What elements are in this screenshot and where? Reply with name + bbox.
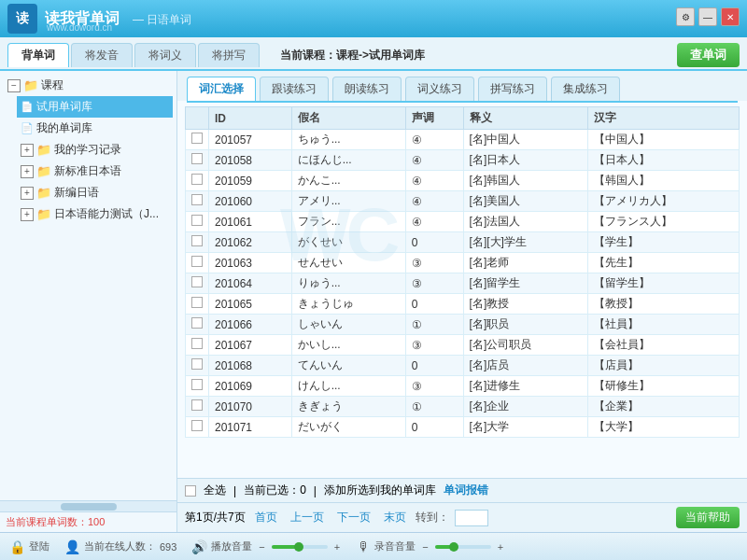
sidebar-item-xuexi[interactable]: + 📁 我的学习记录 [17,139,173,161]
row-checkbox-6[interactable] [191,256,203,267]
table-row: 201069 けんし... ③ [名]进修生 【研修生】 [186,376,740,397]
content-tab-pinxie[interactable]: 拼写练习 [478,77,547,101]
record-label: 录音音量 [374,539,416,553]
record-minus[interactable]: − [422,541,428,553]
tab-pinxie[interactable]: 将拼写 [198,43,260,67]
help-button[interactable]: 当前帮助 [676,507,740,528]
cell-id-9: 201066 [209,315,292,335]
volume-slider[interactable] [272,545,328,549]
content-tab-ciyi[interactable]: 词义练习 [405,77,474,101]
row-checkbox-12[interactable] [191,379,203,390]
row-checkbox-5[interactable] [191,235,203,246]
content-tab-jicheng[interactable]: 集成练习 [551,77,620,101]
word-table: ID 假名 声调 释义 汉字 201057 ちゅう... ④ [名]中国人 【中… [177,103,747,478]
login-label[interactable]: 登陆 [29,539,49,553]
sidebar-item-shiyong[interactable]: 📄 试用单词库 [17,96,173,118]
cell-meaning-11: [名]店员 [463,356,587,376]
row-checkbox-7[interactable] [191,276,203,287]
cell-id-2: 201059 [209,171,292,191]
xinbiaozhun-expander[interactable]: + [21,165,34,178]
nengli-expander[interactable]: + [21,208,34,221]
content-tab-gendu[interactable]: 跟读练习 [260,77,329,101]
sidebar-root-item[interactable]: − 📁 课程 [4,75,173,96]
cell-id-1: 201058 [209,150,292,171]
lookup-button[interactable]: 查单词 [677,43,740,67]
online-icon: 👤 [64,539,80,554]
sidebar-item-nengli[interactable]: + 📁 日本语能力测试（J... [17,203,173,225]
sidebar-item-wode[interactable]: 📄 我的单词库 [17,118,173,139]
prev-page-button[interactable]: 上一页 [287,510,328,525]
cell-meaning-14: [名]大学 [463,417,587,438]
volume-status: 🔊 播放音量 − + [191,539,343,554]
cell-id-13: 201070 [209,397,292,417]
next-page-button[interactable]: 下一页 [333,510,374,525]
cell-kana-0: ちゅう... [291,130,405,150]
table-row: 201059 かんこ... ④ [名]韩国人 【韩国人】 [186,171,740,191]
close-button[interactable]: ✕ [721,7,740,26]
sidebar-scrollbar-thumb[interactable] [61,503,117,511]
table-footer: 全选 | 当前已选：0 | 添加所选到我的单词库 单词报错 [177,478,747,502]
tab-beidan[interactable]: 背单词 [7,43,69,67]
sidebar-label-wode: 我的单词库 [36,120,92,136]
settings-button[interactable]: ⚙ [676,7,695,26]
xuexi-expander[interactable]: + [21,144,34,157]
footer-selected: 当前已选：0 [244,483,306,498]
row-checkbox-11[interactable] [191,358,203,370]
tab-fayin[interactable]: 将发音 [71,43,133,67]
cell-id-4: 201061 [209,212,292,232]
row-checkbox-1[interactable] [191,153,203,164]
volume-plus[interactable]: + [334,541,340,553]
cell-kana-9: しゃいん [291,315,405,335]
sidebar-root-label: 课程 [41,77,63,93]
footer-sep2: | [314,484,317,497]
cell-meaning-4: [名]法国人 [463,212,587,232]
online-status: 👤 当前在线人数： 693 [64,539,176,554]
row-checkbox-14[interactable] [191,420,203,431]
row-checkbox-8[interactable] [191,297,203,308]
xinbian-expander[interactable]: + [21,187,34,200]
row-checkbox-9[interactable] [191,317,203,329]
tab-ciyi[interactable]: 将词义 [134,43,196,67]
root-expander[interactable]: − [7,79,21,92]
row-checkbox-3[interactable] [191,194,203,205]
row-checkbox-10[interactable] [191,338,203,349]
login-icon: 🔒 [9,539,25,554]
select-all-checkbox[interactable] [185,485,196,497]
row-checkbox-2[interactable] [191,174,203,185]
cell-kana-6: せんせい [291,253,405,273]
row-checkbox-0[interactable] [191,133,203,144]
volume-minus[interactable]: − [259,541,264,553]
record-plus[interactable]: + [498,541,503,553]
cell-kana-2: かんこ... [291,171,405,191]
cell-kanji-11: 【店員】 [587,356,739,376]
sidebar-item-xinbian[interactable]: + 📁 新编日语 [17,182,173,203]
cell-id-11: 201068 [209,356,292,376]
goto-input[interactable] [455,510,488,526]
folder-icon-xinbian: 📁 [36,186,51,200]
cell-meaning-8: [名]教授 [463,294,587,315]
record-slider[interactable] [435,545,491,549]
content-tab-cihui[interactable]: 词汇选择 [187,77,256,101]
app-logo: 读 [7,4,37,34]
row-checkbox-13[interactable] [191,399,203,411]
cell-id-5: 201062 [209,232,292,253]
online-label: 当前在线人数： [84,539,156,553]
col-kanji: 汉字 [587,107,739,130]
status-bar: 🔒 登陆 👤 当前在线人数： 693 🔊 播放音量 − + 🎙 录音音量 − + [0,532,747,560]
cell-tone-8: 0 [405,294,463,315]
table-row: 201071 だいがく 0 [名]大学 【大学】 [186,417,740,438]
minimize-button[interactable]: — [698,7,717,26]
sidebar-label-xinbiaozhun: 新标准日本语 [54,163,121,179]
first-page-button[interactable]: 首页 [251,510,281,525]
footer-report-link[interactable]: 单词报错 [444,483,488,498]
last-page-button[interactable]: 末页 [380,510,410,525]
pagination-bar: 第1页/共7页 首页 上一页 下一页 末页 转到： 当前帮助 [177,502,747,532]
row-checkbox-4[interactable] [191,215,203,226]
cell-kanji-10: 【会社員】 [587,335,739,356]
cell-kanji-1: 【日本人】 [587,150,739,171]
sidebar-item-xinbiaozhun[interactable]: + 📁 新标准日本语 [17,161,173,182]
sidebar-label-xuexi: 我的学习记录 [54,142,121,158]
content-tab-bar: 词汇选择 跟读练习 朗读练习 词义练习 拼写练习 集成练习 [177,71,747,101]
sidebar-scrollbar[interactable] [0,500,176,511]
content-tab-langdu[interactable]: 朗读练习 [332,77,402,101]
